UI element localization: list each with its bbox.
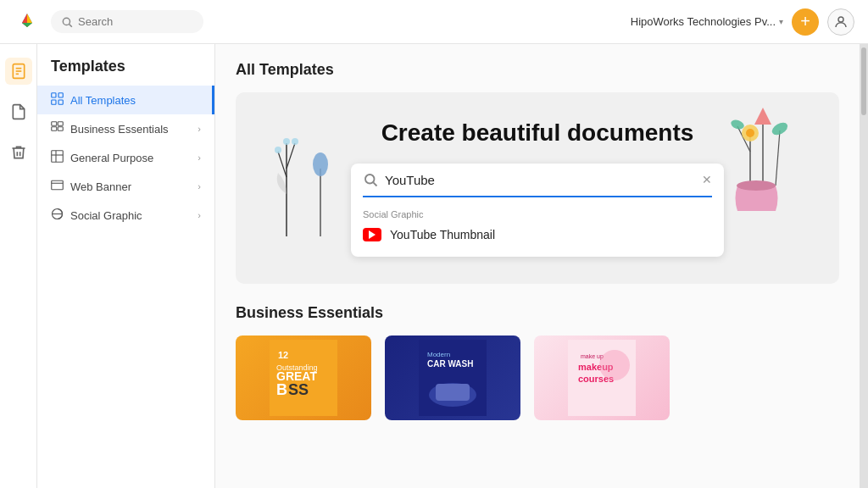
content-area: All Templates xyxy=(215,44,860,488)
sidebar-icon-document[interactable] xyxy=(5,58,32,85)
svg-point-1 xyxy=(63,18,70,25)
svg-text:Modern: Modern xyxy=(427,351,450,358)
nav-item-webbanner[interactable]: Web Banner › xyxy=(37,172,214,201)
scrollbar[interactable] xyxy=(860,44,868,488)
webbanner-icon xyxy=(51,179,64,194)
sidebar-icon-files[interactable] xyxy=(5,98,32,125)
hero-banner: Create beautiful documents ✕ Social Grap… xyxy=(236,92,839,284)
svg-rect-12 xyxy=(52,122,57,126)
template-card-makeup[interactable]: make up makeup courses xyxy=(534,336,670,420)
hero-search-input[interactable] xyxy=(385,173,695,187)
dropdown-category: Social Graphic xyxy=(351,206,724,221)
svg-rect-14 xyxy=(52,127,57,131)
webbanner-chevron: › xyxy=(198,181,201,191)
app-logo xyxy=(14,8,41,36)
topbar: HipoWorks Technologies Pv... ▾ + xyxy=(0,0,868,44)
svg-marker-36 xyxy=(754,108,771,125)
user-avatar-button[interactable] xyxy=(827,8,854,36)
nav-title: Templates xyxy=(37,58,214,86)
all-templates-title: All Templates xyxy=(236,61,839,79)
social-icon xyxy=(51,208,64,223)
svg-point-3 xyxy=(838,17,843,22)
dropdown-item-label: YouTube Thumbnail xyxy=(390,228,495,241)
business-essentials-section: Business Essentials 12 Outstanding GREAT… xyxy=(236,304,839,420)
search-bar[interactable] xyxy=(51,10,203,33)
svg-rect-19 xyxy=(52,180,64,190)
nav-label-general: General Purpose xyxy=(70,152,153,164)
nav-label-webbanner: Web Banner xyxy=(70,180,131,193)
svg-text:SS: SS xyxy=(288,381,309,398)
business-chevron: › xyxy=(198,124,201,134)
svg-rect-15 xyxy=(58,127,63,131)
deco-right xyxy=(712,101,805,240)
nav-item-business[interactable]: Business Essentials › xyxy=(37,114,214,143)
dropdown-item-youtube[interactable]: YouTube Thumbnail xyxy=(351,221,724,248)
hero-search-icon xyxy=(363,172,378,187)
general-chevron: › xyxy=(198,152,201,163)
social-chevron: › xyxy=(198,210,201,220)
template-card-grid: 12 Outstanding GREAT B SS Modern CAR WAS… xyxy=(236,336,839,420)
company-name[interactable]: HipoWorks Technologies Pv... ▾ xyxy=(631,15,783,28)
svg-text:make up: make up xyxy=(581,353,604,360)
hero-search-box[interactable]: ✕ Social Graphic YouTube Thumbnail xyxy=(351,164,724,257)
svg-line-2 xyxy=(70,24,72,26)
nav-item-social[interactable]: Social Graphic › xyxy=(37,201,214,230)
svg-point-39 xyxy=(737,180,776,191)
deco-left xyxy=(261,126,346,248)
template-card-boss[interactable]: 12 Outstanding GREAT B SS xyxy=(236,336,371,420)
biz-section-title: Business Essentials xyxy=(236,304,839,322)
svg-line-33 xyxy=(776,130,780,186)
nav-item-general[interactable]: General Purpose › xyxy=(37,143,214,172)
all-templates-icon xyxy=(51,92,64,108)
svg-rect-10 xyxy=(52,100,56,104)
svg-line-23 xyxy=(278,152,287,177)
hero-search-clear-button[interactable]: ✕ xyxy=(702,173,712,186)
nav-sidebar: Templates All Templates Business Essenti… xyxy=(37,44,215,488)
general-icon xyxy=(51,150,64,165)
hero-title: Create beautiful documents xyxy=(381,119,694,147)
main-layout: Templates All Templates Business Essenti… xyxy=(0,44,868,488)
search-dropdown: Social Graphic YouTube Thumbnail xyxy=(351,197,724,257)
svg-point-26 xyxy=(292,138,298,145)
topbar-right: HipoWorks Technologies Pv... ▾ + xyxy=(631,8,854,36)
icon-sidebar xyxy=(0,44,37,488)
svg-text:CAR WASH: CAR WASH xyxy=(427,359,473,369)
nav-item-all-templates[interactable]: All Templates xyxy=(37,86,214,114)
company-chevron: ▾ xyxy=(779,17,783,26)
svg-line-24 xyxy=(287,143,295,169)
svg-rect-9 xyxy=(58,93,63,97)
sidebar-icon-trash[interactable] xyxy=(5,139,32,166)
svg-rect-11 xyxy=(58,100,63,104)
add-button[interactable]: + xyxy=(792,8,819,36)
youtube-icon xyxy=(363,228,381,241)
user-icon xyxy=(833,14,849,30)
svg-text:12: 12 xyxy=(278,350,288,360)
business-icon xyxy=(51,121,64,136)
nav-label-social: Social Graphic xyxy=(70,209,142,222)
svg-point-27 xyxy=(283,138,290,145)
svg-text:B: B xyxy=(276,381,287,398)
svg-point-40 xyxy=(365,175,375,184)
svg-rect-13 xyxy=(58,122,63,126)
nav-label-business: Business Essentials xyxy=(70,123,169,136)
svg-point-35 xyxy=(746,129,754,137)
svg-point-59 xyxy=(599,350,630,380)
scrollbar-thumb[interactable] xyxy=(861,47,866,115)
svg-rect-8 xyxy=(52,93,56,97)
svg-line-41 xyxy=(373,182,376,186)
template-card-car[interactable]: Modern CAR WASH xyxy=(385,336,520,420)
svg-point-29 xyxy=(313,152,328,176)
svg-rect-54 xyxy=(436,384,470,401)
search-input[interactable] xyxy=(78,15,188,28)
nav-label-all: All Templates xyxy=(70,94,136,107)
svg-point-25 xyxy=(275,147,281,153)
svg-rect-16 xyxy=(52,151,64,163)
search-icon xyxy=(61,16,73,28)
